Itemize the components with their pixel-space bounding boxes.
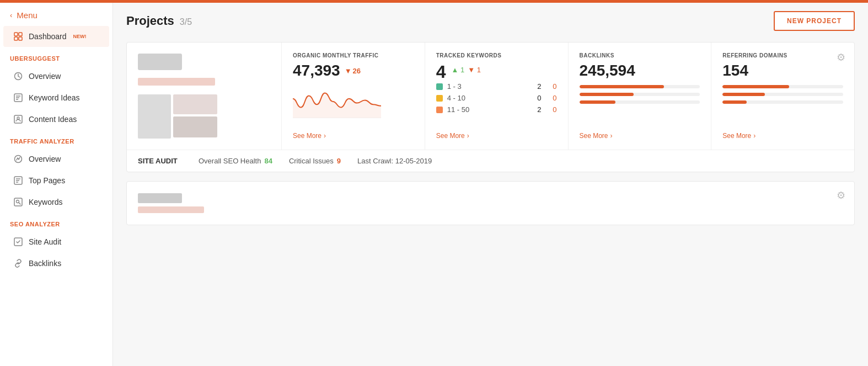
down-arrow-icon: ▼ xyxy=(345,67,352,75)
seo-analyzer-section-label: SEO ANALYZER xyxy=(0,213,112,231)
ta-overview-label: Overview xyxy=(29,155,61,163)
project-card-main: ORGANIC MONTHLY TRAFFIC 47,393 ▼ 26 See … xyxy=(127,43,854,150)
kw-up-indicator: ▲ 1 xyxy=(452,66,465,74)
keywords-icon xyxy=(13,197,23,207)
chevron-right-icon-3: › xyxy=(610,132,613,140)
organic-traffic-section: ORGANIC MONTHLY TRAFFIC 47,393 ▼ 26 See … xyxy=(282,43,425,150)
top-pages-icon xyxy=(13,176,23,185)
menu-label: Menu xyxy=(17,10,37,20)
svg-rect-1 xyxy=(19,33,22,36)
project2-settings-button[interactable]: ⚙ xyxy=(837,189,845,201)
kw-range-count: 2 xyxy=(531,82,542,91)
chevron-right-icon-4: › xyxy=(753,132,756,140)
referring-bar-3 xyxy=(722,100,843,104)
svg-rect-0 xyxy=(14,33,18,36)
referring-domains-value: 154 xyxy=(722,62,843,79)
kw-down-indicator: ▼ 1 xyxy=(468,66,481,74)
chevron-right-icon: › xyxy=(324,132,326,140)
backlinks-fill-1 xyxy=(580,85,664,88)
kw-range-change: 0 xyxy=(546,105,557,114)
main-content: Projects 3/5 NEW PROJECT ⚙ xyxy=(113,0,868,366)
kw-range-label: 1 - 3 xyxy=(447,82,526,91)
sidebar-item-overview[interactable]: Overview xyxy=(3,66,109,87)
seo-health-label: Overall SEO Health xyxy=(199,157,261,165)
kw-range-dot xyxy=(436,83,443,90)
site-audit-label: Site Audit xyxy=(29,237,61,246)
last-crawl: Last Crawl: 12-05-2019 xyxy=(357,157,432,165)
kw-value-row: 4 ▲ 1 ▼ 1 xyxy=(436,62,557,82)
backlinks-section: BACKLINKS 245,594 See xyxy=(569,43,712,150)
project2-info xyxy=(138,193,204,213)
sidebar-item-dashboard[interactable]: Dashboard NEW! xyxy=(3,26,109,47)
kw-range-label: 11 - 50 xyxy=(447,105,526,114)
ta-overview-icon xyxy=(13,154,23,164)
referring-bar-2 xyxy=(722,93,843,96)
keywords-see-more[interactable]: See More › xyxy=(436,125,557,140)
sidebar-item-backlinks[interactable]: Backlinks xyxy=(3,253,109,274)
backlinks-label: BACKLINKS xyxy=(580,52,700,59)
referring-bar-1 xyxy=(722,85,843,88)
site-audit-icon xyxy=(13,237,23,247)
sidebar: ‹ Menu Dashboard NEW! UBERSUGGEST Overvi… xyxy=(0,0,113,366)
critical-issues-value: 9 xyxy=(337,157,341,165)
content-ideas-label: Content Ideas xyxy=(29,115,77,124)
backlinks-fill-3 xyxy=(580,100,616,104)
chevron-left-icon: ‹ xyxy=(10,11,12,19)
sidebar-item-keyword-ideas[interactable]: Keyword Ideas xyxy=(3,87,109,108)
kw-range-count: 2 xyxy=(531,105,542,114)
new-project-button[interactable]: NEW PROJECT xyxy=(774,11,855,31)
project-info xyxy=(127,43,281,150)
seo-health-value: 84 xyxy=(264,157,272,165)
backlinks-see-more[interactable]: See More › xyxy=(580,125,700,140)
last-crawl-label: Last Crawl: 12-05-2019 xyxy=(357,157,432,165)
overview-icon xyxy=(13,71,23,81)
project-url xyxy=(138,78,215,86)
project2-url xyxy=(138,206,204,213)
project-card-2: ⚙ xyxy=(126,181,855,225)
backlinks-bar-2 xyxy=(580,93,700,96)
organic-traffic-number: 47,393 xyxy=(293,62,340,79)
kw-changes: ▲ 1 ▼ 1 xyxy=(452,66,481,74)
kw-range-row: 11 - 5020 xyxy=(436,105,557,114)
site-audit-row-label: SITE AUDIT xyxy=(138,157,182,165)
ubersuggest-section-label: UBERSUGGEST xyxy=(0,47,112,65)
menu-button[interactable]: ‹ Menu xyxy=(0,3,112,25)
backlinks-bar-3 xyxy=(580,100,700,104)
project-card-1: ⚙ ORGANIC MONTHLY TRAFF xyxy=(126,42,855,172)
svg-line-18 xyxy=(19,203,20,204)
sidebar-item-ta-overview[interactable]: Overview xyxy=(3,148,109,169)
screenshot-block-2 xyxy=(173,94,217,114)
referring-see-more[interactable]: See More › xyxy=(722,125,843,140)
sidebar-item-top-pages[interactable]: Top Pages xyxy=(3,170,109,191)
overview-label: Overview xyxy=(29,72,61,81)
kw-range-row: 4 - 1000 xyxy=(436,94,557,102)
dashboard-icon xyxy=(13,31,23,41)
project-screenshot xyxy=(138,94,270,139)
sidebar-item-keywords[interactable]: Keywords xyxy=(3,192,109,213)
screenshot-block-3 xyxy=(173,116,217,137)
kw-range-change: 0 xyxy=(546,94,557,102)
kw-range-dot xyxy=(436,95,443,102)
page-header: Projects 3/5 NEW PROJECT xyxy=(126,11,855,31)
critical-issues: Critical Issues 9 xyxy=(289,157,341,165)
svg-rect-2 xyxy=(14,37,18,40)
project-settings-button[interactable]: ⚙ xyxy=(837,51,845,63)
backlinks-icon xyxy=(13,258,23,268)
site-audit-row: SITE AUDIT Overall SEO Health 84 Critica… xyxy=(127,150,854,172)
organic-traffic-delta: ▼ 26 xyxy=(345,67,361,75)
page-title: Projects xyxy=(126,14,174,28)
project-count: 3/5 xyxy=(180,17,192,27)
sidebar-item-content-ideas[interactable]: Content Ideas xyxy=(3,109,109,130)
critical-issues-label: Critical Issues xyxy=(289,157,334,165)
organic-see-more[interactable]: See More › xyxy=(293,125,414,140)
kw-range-label: 4 - 10 xyxy=(447,94,526,102)
organic-traffic-label: ORGANIC MONTHLY TRAFFIC xyxy=(293,52,414,59)
content-ideas-icon xyxy=(13,114,23,124)
screenshot-block-1 xyxy=(138,94,171,139)
backlinks-progress-bars xyxy=(580,85,700,104)
sidebar-item-site-audit[interactable]: Site Audit xyxy=(3,231,109,252)
referring-fill-2 xyxy=(722,93,765,96)
project-logo xyxy=(138,54,182,70)
screenshot-blocks xyxy=(173,94,217,139)
referring-domains-section: REFERRING DOMAINS 154 xyxy=(711,43,854,150)
